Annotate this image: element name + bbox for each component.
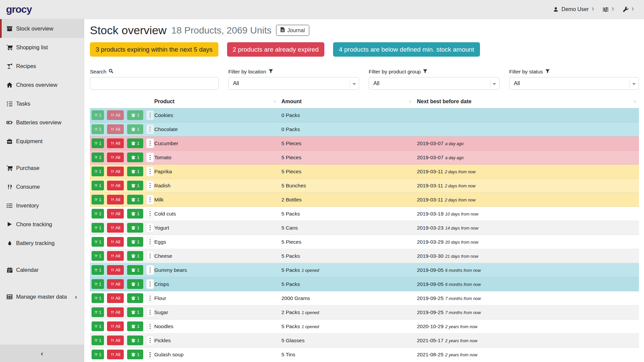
sidebar-item-tasks[interactable]: Tasks bbox=[0, 94, 84, 113]
best-before-column-header[interactable]: Next best before date ↑↓ bbox=[414, 95, 639, 108]
row-menu-button[interactable] bbox=[146, 350, 154, 359]
row-menu-button[interactable] bbox=[146, 153, 154, 162]
open-one-button[interactable]: 1 bbox=[127, 223, 143, 233]
sidebar-collapse-button[interactable]: ‹ bbox=[0, 345, 84, 362]
consume-one-button[interactable]: 1 bbox=[92, 293, 104, 303]
open-one-button[interactable]: 1 bbox=[127, 336, 143, 345]
consume-one-button[interactable]: 1 bbox=[92, 209, 104, 219]
consume-one-button[interactable]: 1 bbox=[92, 265, 104, 275]
consume-one-button[interactable]: 1 bbox=[92, 195, 104, 204]
consume-all-button[interactable]: All bbox=[107, 279, 124, 289]
sidebar-item-chore-tracking[interactable]: Chore tracking bbox=[0, 215, 84, 234]
product-group-filter-select[interactable]: All bbox=[369, 77, 499, 90]
consume-one-button[interactable]: 1 bbox=[92, 167, 104, 176]
consume-one-button[interactable]: 1 bbox=[92, 307, 104, 317]
consume-all-button[interactable]: All bbox=[107, 153, 124, 162]
consume-one-button[interactable]: 1 bbox=[92, 251, 104, 261]
consume-one-button[interactable]: 1 bbox=[92, 336, 104, 345]
row-menu-button[interactable] bbox=[146, 265, 154, 275]
open-one-button[interactable]: 1 bbox=[127, 209, 143, 219]
open-one-button[interactable]: 1 bbox=[127, 279, 143, 289]
consume-all-button[interactable]: All bbox=[107, 321, 124, 331]
row-menu-button[interactable] bbox=[146, 251, 154, 261]
row-menu-button[interactable] bbox=[146, 195, 154, 204]
consume-all-button[interactable]: All bbox=[107, 350, 124, 359]
sidebar-item-manage-master-data[interactable]: Manage master data › bbox=[0, 287, 84, 306]
row-menu-button[interactable] bbox=[146, 293, 154, 303]
open-one-button[interactable]: 1 bbox=[127, 293, 143, 303]
settings-menu[interactable]: › bbox=[603, 6, 614, 13]
sidebar-item-shopping-list[interactable]: Shopping list bbox=[0, 38, 84, 57]
open-one-button[interactable]: 1 bbox=[127, 321, 143, 331]
sidebar-item-recipes[interactable]: Recipes bbox=[0, 57, 84, 75]
open-one-button[interactable]: 1 bbox=[127, 110, 143, 120]
row-menu-button[interactable] bbox=[146, 138, 154, 148]
open-one-button[interactable]: 1 bbox=[127, 237, 143, 247]
sidebar-item-chores-overview[interactable]: Chores overview bbox=[0, 75, 84, 94]
row-menu-button[interactable] bbox=[146, 167, 154, 176]
consume-one-button[interactable]: 1 bbox=[92, 223, 104, 233]
open-one-button[interactable]: 1 bbox=[127, 265, 143, 275]
consume-one-button[interactable]: 1 bbox=[92, 138, 104, 148]
sidebar-item-stock-overview[interactable]: Stock overview bbox=[0, 19, 84, 38]
sidebar-item-purchase[interactable]: Purchase bbox=[0, 159, 84, 177]
consume-one-button[interactable]: 1 bbox=[92, 321, 104, 331]
search-input[interactable] bbox=[90, 77, 219, 90]
utensils-icon bbox=[111, 268, 114, 272]
status-filter-select[interactable]: All bbox=[509, 77, 639, 90]
consume-all-button[interactable]: All bbox=[107, 237, 124, 247]
consume-all-button[interactable]: All bbox=[107, 167, 124, 176]
consume-all-button[interactable]: All bbox=[107, 223, 124, 233]
open-one-button[interactable]: 1 bbox=[127, 153, 143, 162]
sidebar-item-consume[interactable]: Consume bbox=[0, 177, 84, 196]
product-column-header[interactable]: Product ↑↓ bbox=[152, 95, 279, 108]
consume-one-button[interactable]: 1 bbox=[92, 279, 104, 289]
consume-all-button[interactable]: All bbox=[107, 138, 124, 148]
location-filter-select[interactable]: All bbox=[228, 77, 359, 90]
consume-all-button[interactable]: All bbox=[107, 209, 124, 219]
row-menu-button[interactable] bbox=[146, 321, 154, 331]
consume-all-button[interactable]: All bbox=[107, 265, 124, 275]
consume-all-button[interactable]: All bbox=[107, 293, 124, 303]
open-one-button[interactable]: 1 bbox=[127, 181, 143, 190]
open-one-button[interactable]: 1 bbox=[127, 138, 143, 148]
row-menu-button[interactable] bbox=[146, 237, 154, 247]
consume-one-button[interactable]: 1 bbox=[92, 110, 104, 120]
sidebar-item-inventory[interactable]: Inventory bbox=[0, 196, 84, 215]
consume-one-button[interactable]: 1 bbox=[92, 181, 104, 190]
admin-menu[interactable]: › bbox=[623, 6, 634, 13]
open-one-button[interactable]: 1 bbox=[127, 307, 143, 317]
row-menu-button[interactable] bbox=[146, 209, 154, 219]
consume-all-button[interactable]: All bbox=[107, 124, 124, 134]
row-menu-button[interactable] bbox=[146, 124, 154, 134]
consume-one-button[interactable]: 1 bbox=[92, 350, 104, 359]
consume-all-button[interactable]: All bbox=[107, 195, 124, 204]
row-menu-button[interactable] bbox=[146, 181, 154, 190]
amount-column-header[interactable]: Amount ↑↓ bbox=[279, 95, 414, 108]
row-menu-button[interactable] bbox=[146, 223, 154, 233]
consume-all-button[interactable]: All bbox=[107, 336, 124, 345]
sidebar-item-calendar[interactable]: Calendar bbox=[0, 260, 84, 279]
user-menu[interactable]: Demo User › bbox=[553, 6, 594, 13]
open-one-button[interactable]: 1 bbox=[127, 195, 143, 204]
sidebar-item-battery-tracking[interactable]: Battery tracking bbox=[0, 234, 84, 252]
consume-all-button[interactable]: All bbox=[107, 181, 124, 190]
open-one-button[interactable]: 1 bbox=[127, 251, 143, 261]
sidebar-item-batteries-overview[interactable]: Batteries overview bbox=[0, 113, 84, 132]
consume-all-button[interactable]: All bbox=[107, 251, 124, 261]
open-one-button[interactable]: 1 bbox=[127, 124, 143, 134]
journal-button[interactable]: Journal bbox=[276, 25, 309, 36]
consume-one-button[interactable]: 1 bbox=[92, 237, 104, 247]
box-open-icon bbox=[131, 296, 136, 300]
row-menu-button[interactable] bbox=[146, 110, 154, 120]
row-menu-button[interactable] bbox=[146, 307, 154, 317]
row-menu-button[interactable] bbox=[146, 279, 154, 289]
open-one-button[interactable]: 1 bbox=[127, 350, 143, 359]
open-one-button[interactable]: 1 bbox=[127, 167, 143, 176]
row-menu-button[interactable] bbox=[146, 336, 154, 345]
consume-one-button[interactable]: 1 bbox=[92, 153, 104, 162]
consume-one-button[interactable]: 1 bbox=[92, 124, 104, 134]
consume-all-button[interactable]: All bbox=[107, 110, 124, 120]
sidebar-item-equipment[interactable]: Equipment bbox=[0, 132, 84, 150]
consume-all-button[interactable]: All bbox=[107, 307, 124, 317]
